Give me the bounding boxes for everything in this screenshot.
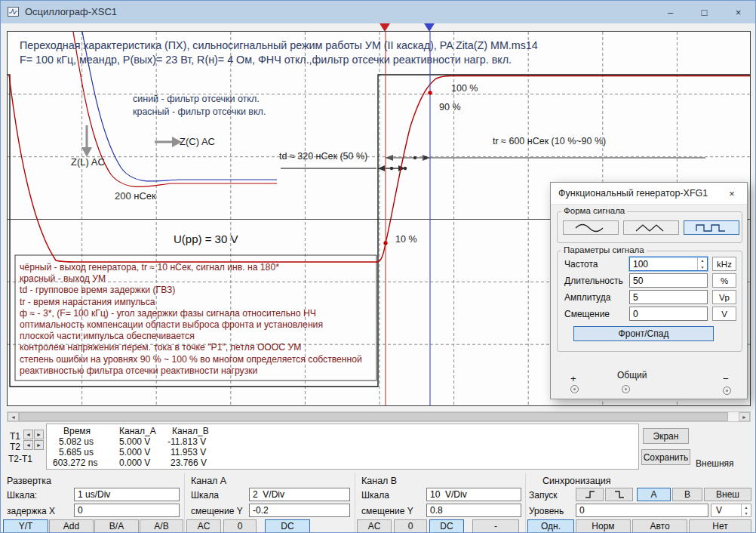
external-sync-label: Внешняя [696, 458, 734, 469]
delta-channel-b: 23.766 V [171, 458, 207, 468]
note-line: красный - выход УМ [20, 273, 374, 285]
spin-up-icon[interactable]: ▲ [698, 257, 707, 264]
timebase-title: Развертка [7, 476, 51, 486]
scope-notes-block: чёрный - выход генератора, tr ≈ 10 нСек,… [20, 262, 374, 377]
t2-channel-b: 11.953 V [171, 447, 206, 458]
timebase-mode-ba[interactable]: B/A [94, 519, 139, 533]
channel-a-scale-input[interactable] [249, 488, 350, 501]
col-header-time: Время [63, 426, 91, 436]
generator-close-icon[interactable]: × [720, 183, 744, 205]
section-divider [525, 473, 526, 533]
frequency-label: Частота [564, 259, 598, 270]
frequency-input[interactable] [629, 257, 708, 271]
spin-down-icon[interactable]: ▼ [742, 510, 751, 516]
marker-90pct-dot [428, 91, 432, 94]
scroll-right-icon[interactable]: ► [739, 412, 750, 421]
timebase-mode-add[interactable]: Add [49, 519, 94, 533]
maximize-icon[interactable]: □ [687, 1, 721, 23]
trigger-unit-spinner[interactable]: ▲ ▼ [741, 504, 751, 516]
triangle-wave-icon [635, 223, 668, 233]
scope-note-title2: F= 100 кГц, меандр, P(вых)= 23 Вт, R(н)=… [20, 54, 512, 66]
timebase-mode-ab[interactable]: A/B [140, 519, 183, 533]
channel-a-coupling-dc[interactable]: DC [265, 519, 310, 533]
waveform-triangle-button[interactable] [623, 220, 679, 235]
duty-unit[interactable]: % [712, 273, 736, 288]
close-icon[interactable]: × [721, 1, 755, 23]
trigger-level-unit[interactable]: V ▲ ▼ [711, 504, 751, 517]
save-button[interactable]: Сохранить [641, 449, 690, 465]
duty-label: Длительность [564, 276, 623, 286]
timebase-scale-label: Шкала: [7, 490, 37, 501]
channel-a-offset-label: смещение Y [191, 506, 243, 516]
trigger-level-input[interactable] [576, 504, 708, 517]
timebase-xdelay-input[interactable] [74, 504, 180, 517]
channel-b-offset-input[interactable] [426, 504, 521, 517]
minimize-icon[interactable]: – [653, 1, 687, 23]
timebase-scale-input[interactable] [74, 488, 180, 501]
terminal-minus-icon[interactable] [723, 387, 731, 395]
horizontal-scrollbar[interactable]: ◄ ► [7, 411, 751, 422]
offset-input[interactable] [629, 307, 708, 321]
cursor2-left-icon[interactable]: ◄ [23, 440, 33, 450]
note-line: чёрный - выход генератора, tr ≈ 10 нСек,… [20, 262, 374, 273]
waveform-sine-button[interactable] [563, 220, 619, 235]
screen-button[interactable]: Экран [643, 428, 689, 444]
spin-up-icon[interactable]: ▲ [742, 504, 751, 510]
label-tr: tr ≈ 600 нСек (10 %~90 %) [493, 136, 606, 146]
section-divider [184, 473, 185, 533]
channel-b-coupling-0[interactable]: 0 [394, 519, 427, 533]
channel-a-coupling-0[interactable]: 0 [223, 519, 257, 533]
terminal-plus-icon[interactable] [570, 385, 579, 393]
generator-titlebar[interactable]: Функциональный генератор-XFG1 × [551, 183, 747, 205]
channel-b-title: Канал B [361, 476, 397, 486]
cursor-2-flag[interactable] [424, 23, 435, 32]
delta-label: T2-T1 [8, 454, 32, 464]
channel-b-coupling-ac[interactable]: AC [357, 519, 392, 533]
scroll-thumb[interactable] [19, 412, 728, 421]
terminal-common-icon[interactable] [622, 385, 630, 393]
section-divider [355, 473, 355, 533]
tr-annotation-arrows [386, 155, 705, 161]
label-100pct: 100 % [451, 83, 478, 94]
duty-input[interactable] [629, 273, 708, 288]
trigger-source-ext[interactable]: Внеш [704, 488, 751, 501]
terminal-plus-label: + [570, 373, 576, 384]
terminal-minus-label: − [723, 373, 729, 384]
trigger-source-b[interactable]: B [672, 488, 702, 501]
channel-a-coupling-ac[interactable]: AC [186, 519, 221, 533]
label-zl: Z(L) AC [71, 156, 105, 168]
measurement-table: Время Канал_A Канал_B 5.082 us 5.000 V -… [46, 424, 639, 470]
timebase-mode-yt[interactable]: Y/T [3, 519, 48, 533]
channel-b-coupling-minus[interactable]: - [472, 519, 519, 533]
spin-down-icon[interactable]: ▼ [698, 264, 707, 271]
waveform-square-button[interactable] [684, 220, 739, 235]
cursor1-left-icon[interactable]: ◄ [23, 430, 33, 439]
scroll-left-icon[interactable]: ◄ [8, 412, 19, 421]
trigger-mode-single[interactable]: Одн. [527, 519, 574, 533]
edge-settings-button[interactable]: Фронт/Спад [573, 326, 714, 341]
t2-channel-a: 5.000 V [119, 447, 150, 458]
offset-unit[interactable]: V [712, 307, 736, 321]
trigger-mode-auto[interactable]: Авто [632, 519, 687, 533]
trigger-source-a[interactable]: A [637, 488, 671, 501]
trigger-mode-normal[interactable]: Норм [576, 519, 631, 533]
cursor-1-flag[interactable] [380, 23, 390, 32]
frequency-unit[interactable]: kHz [712, 257, 736, 271]
cursor1-right-icon[interactable]: ► [34, 430, 44, 439]
amplitude-unit[interactable]: Vp [712, 290, 736, 304]
label-td: td ≈ 320 нСек (50 %) [279, 151, 367, 162]
trigger-falling-edge-button[interactable] [605, 488, 633, 501]
trigger-mode-none[interactable]: Нет [689, 519, 751, 533]
amplitude-input[interactable] [629, 290, 708, 304]
channel-a-offset-input[interactable] [249, 504, 350, 517]
frequency-spinner[interactable]: ▲ ▼ [697, 257, 707, 270]
trigger-rising-edge-button[interactable] [576, 488, 604, 501]
channel-b-scale-input[interactable] [426, 488, 521, 501]
scope-note-title1: Переходная характеристика (ПХ), сильноси… [20, 39, 538, 51]
trigger-unit-value: V [716, 505, 722, 516]
channel-b-coupling-dc[interactable]: DC [429, 519, 464, 533]
trigger-level-label: Уровень [529, 506, 564, 516]
cursor2-right-icon[interactable]: ► [34, 440, 44, 450]
cursor2-label: T2 [10, 442, 20, 452]
window-titlebar[interactable]: Осциллограф-XSC1 – □ × [1, 1, 755, 23]
